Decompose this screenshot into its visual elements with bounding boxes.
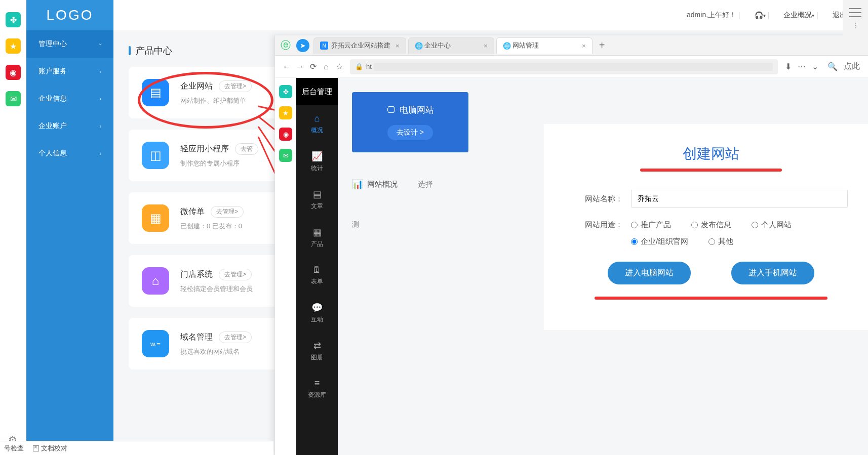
mail-icon[interactable]: ✉	[6, 91, 21, 106]
status-proof[interactable]: 文档校对	[33, 444, 76, 453]
radio-other[interactable]: 其他	[708, 237, 733, 246]
sidebar-item-label: 账户服务	[38, 67, 67, 76]
sidebar-item-label: 企业账户	[38, 121, 67, 131]
weibo-icon[interactable]: ◉	[279, 128, 292, 141]
close-icon[interactable]: ×	[479, 42, 488, 50]
close-icon[interactable]: ×	[390, 42, 400, 50]
site-name-label: 网站名称：	[574, 194, 623, 204]
bnav-interact[interactable]: 💬互动	[296, 294, 338, 332]
right-edge-menu[interactable]: ⋮	[843, 0, 868, 35]
clover-icon[interactable]: ✤	[279, 85, 292, 98]
annotation-underline	[595, 297, 827, 300]
radio-promote[interactable]: 推广产品	[631, 220, 671, 230]
use-radio-group: 推广产品 发布信息 个人网站 企业/组织官网 其他	[631, 220, 848, 246]
bnav-resource[interactable]: ≡资源库	[296, 370, 338, 407]
card-title-text: 域名管理	[180, 332, 213, 343]
tab-site-management[interactable]: 🌐 网站管理 ×	[496, 37, 593, 54]
annotation-underline	[640, 169, 782, 172]
go-design-button[interactable]: 去设计 >	[387, 125, 433, 140]
tab-label: 网站管理	[512, 41, 539, 50]
manage-button[interactable]: 去管理>	[219, 332, 252, 343]
forward-icon[interactable]: →	[293, 62, 306, 71]
sidebar-item-personal-info[interactable]: 个人信息 ›	[26, 140, 113, 167]
enter-mobile-button[interactable]: 进入手机网站	[731, 262, 814, 284]
manage-button[interactable]: 去管理>	[219, 269, 252, 280]
headset-icon[interactable]: 🎧 ▾	[755, 11, 766, 19]
pc-site-card: 🖵电脑网站 去设计 >	[352, 92, 468, 152]
url-text: ht	[366, 63, 372, 70]
weibo-icon[interactable]: ◉	[6, 65, 21, 80]
tab-strip: ⓔ ➤ N 乔拓云企业网站搭建 × 🌐 企业中心 × 🌐 网站管理 × +	[275, 35, 868, 56]
manage-button[interactable]: 去管	[235, 143, 258, 155]
reload-icon[interactable]: ⟳	[306, 62, 320, 71]
status-check[interactable]: 号检查	[4, 444, 24, 453]
star-icon[interactable]: ★	[279, 106, 292, 119]
globe-icon: 🌐	[503, 42, 511, 50]
card-title-text: 企业网站	[180, 81, 213, 92]
bnav-article[interactable]: ▤文章	[296, 181, 338, 219]
radio-org[interactable]: 企业/组织官网	[631, 237, 688, 246]
database-icon: ≡	[296, 378, 338, 389]
chevron-right-icon: ›	[100, 123, 101, 129]
home-icon[interactable]: ⌂	[320, 62, 333, 71]
overview-link[interactable]: 企业概况 ▾	[783, 11, 814, 20]
search-hint: 点此	[844, 61, 860, 72]
tab-label: 乔拓云企业网站搭建	[331, 41, 390, 50]
radio-personal[interactable]: 个人网站	[752, 220, 792, 230]
url-bar-row: ← → ⟳ ⌂ ☆ 🔒 ht ⬇ ⋯ ⌄ 🔍 点此	[275, 56, 868, 78]
home-icon: ⌂	[296, 113, 338, 124]
manage-button[interactable]: 去管理>	[219, 80, 252, 92]
sidebar-item-company-info[interactable]: 企业信息 ›	[26, 85, 113, 112]
star-icon[interactable]: ★	[6, 38, 21, 54]
more-icon[interactable]: ⋯	[798, 62, 806, 71]
search-icon[interactable]: 🔍	[827, 62, 838, 71]
sidebar-item-account-service[interactable]: 账户服务 ›	[26, 58, 113, 85]
calendar-icon: 🗓	[296, 265, 338, 275]
bnav-form[interactable]: 🗓表单	[296, 257, 338, 294]
create-site-panel: 创建网站 网站名称： 网站用途： 推广产品 发布信息 个人网站 企业/组织官网 …	[544, 124, 868, 330]
pc-card-label: 电脑网站	[400, 104, 434, 116]
telegram-icon[interactable]: ➤	[296, 39, 309, 52]
url-input[interactable]: 🔒 ht	[350, 59, 778, 74]
status-bar: 号检查 文档校对	[0, 441, 273, 455]
tab-label: 企业中心	[424, 41, 451, 50]
sidebar-item-management[interactable]: 管理中心 ›	[26, 30, 113, 58]
url-blur	[374, 63, 773, 71]
chevron-right-icon: ›	[100, 151, 101, 156]
clover-icon[interactable]: ✤	[6, 12, 21, 27]
download-icon[interactable]: ⬇	[785, 62, 792, 71]
star-icon[interactable]: ☆	[333, 62, 346, 71]
greeting-text: admin,上午好！	[687, 11, 736, 20]
create-title: 创建网站	[574, 144, 848, 163]
bnav-stats[interactable]: 📈统计	[296, 143, 338, 181]
sidebar-item-label: 管理中心	[38, 39, 67, 49]
backend-sidebar: 后台管理 ⌂概况 📈统计 ▤文章 ▦产品 🗓表单 💬互动 ⇄图册 ≡资源库	[296, 78, 338, 455]
tab-enterprise-center[interactable]: 🌐 企业中心 ×	[408, 37, 494, 54]
lock-icon: 🔒	[355, 63, 363, 70]
topbar: admin,上午好！ | 🎧 ▾ | 企业概况 ▾ | 退出 ⇥	[113, 0, 868, 30]
select-label[interactable]: 选择	[418, 180, 433, 189]
card-title-text: 门店系统	[180, 269, 213, 280]
miniapp-icon: ◫	[142, 142, 169, 169]
swap-icon: ⇄	[296, 340, 338, 351]
bnav-album[interactable]: ⇄图册	[296, 332, 338, 370]
expand-icon[interactable]: ⌄	[812, 62, 818, 71]
browser-logo-icon[interactable]: ⓔ	[279, 39, 292, 52]
site-name-input[interactable]	[631, 190, 848, 208]
chevron-down-icon: ›	[98, 43, 103, 45]
mail-icon[interactable]: ✉	[279, 149, 292, 162]
monitor-icon: 🖵	[387, 105, 396, 115]
radio-publish[interactable]: 发布信息	[691, 220, 731, 230]
close-icon[interactable]: ×	[577, 42, 586, 50]
new-tab-button[interactable]: +	[595, 39, 610, 51]
grid-icon: ▦	[296, 227, 338, 238]
back-icon[interactable]: ←	[280, 62, 293, 71]
bnav-overview[interactable]: ⌂概况	[296, 105, 338, 143]
manage-button[interactable]: 去管理>	[211, 206, 244, 218]
enter-pc-button[interactable]: 进入电脑网站	[608, 262, 691, 284]
main-sidebar: LOGO 管理中心 › 账户服务 › 企业信息 › 企业账户 › 个人信息 ›	[26, 0, 113, 455]
tab-favicon: N	[320, 42, 328, 50]
sidebar-item-company-account[interactable]: 企业账户 ›	[26, 112, 113, 140]
bnav-product[interactable]: ▦产品	[296, 219, 338, 257]
tab-qiaotuoyun[interactable]: N 乔拓云企业网站搭建 ×	[313, 37, 406, 54]
